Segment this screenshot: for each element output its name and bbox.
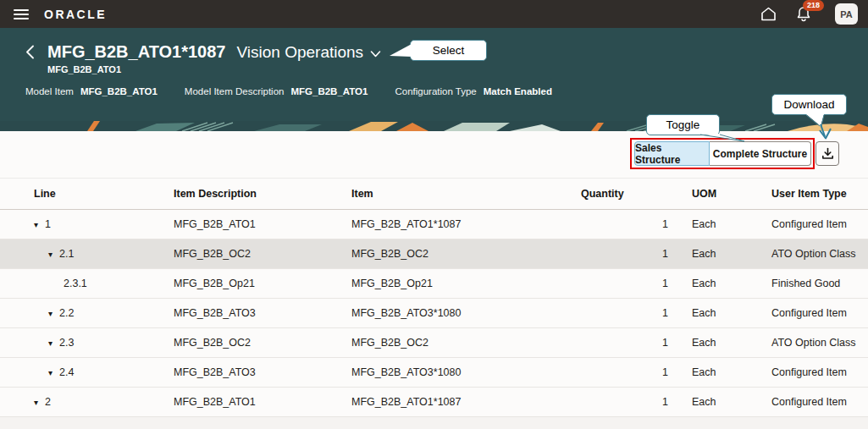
user-item-type-cell: ATO Option Class — [766, 239, 868, 269]
item-description-cell: MFG_B2B_ATO1 — [174, 388, 351, 417]
item-cell: MFG_B2B_OC2 — [351, 328, 580, 358]
model-item-label: Model Item — [25, 86, 74, 96]
column-header-item: Item — [351, 179, 580, 210]
download-callout: Download — [771, 94, 847, 115]
uom-cell: Each — [673, 299, 766, 328]
line-number: 2.4 — [59, 366, 74, 378]
configuration-type-pair: Configuration Type Match Enabled — [395, 86, 551, 96]
line-number: 2.3 — [59, 337, 74, 349]
home-button[interactable] — [759, 5, 777, 24]
table-row[interactable]: 2 MFG_B2B_ATO1 MFG_B2B_ATO1*1087 1 Each … — [0, 388, 868, 417]
user-avatar[interactable]: PA — [835, 3, 858, 25]
back-button[interactable] — [25, 45, 41, 60]
table-row[interactable]: 2.2 MFG_B2B_ATO3 MFG_B2B_ATO3*1080 1 Eac… — [0, 299, 868, 328]
model-item-pair: Model Item MFG_B2B_ATO1 — [25, 86, 158, 96]
line-number: 2.3.1 — [64, 278, 87, 289]
expand-caret-icon[interactable] — [48, 250, 59, 259]
uom-cell: Each — [673, 388, 766, 417]
quantity-cell: 1 — [580, 299, 673, 328]
decorative-pattern — [0, 121, 868, 131]
item-description-cell: MFG_B2B_ATO3 — [174, 358, 351, 388]
column-header-quantity: Quantity — [580, 179, 673, 210]
back-chevron-icon — [25, 45, 35, 59]
uom-cell: Each — [673, 358, 766, 388]
column-header-uom: UOM — [673, 179, 766, 210]
table-row[interactable]: 2.4 MFG_B2B_ATO3 MFG_B2B_ATO3*1080 1 Eac… — [0, 358, 868, 388]
user-item-type-cell: Configured Item — [766, 299, 868, 328]
quantity-cell: 1 — [580, 239, 673, 269]
structure-table: Line Item Description Item Quantity UOM … — [0, 178, 868, 417]
item-cell: MFG_B2B_ATO1*1087 — [351, 210, 580, 239]
app-window: ORACLE 218 PA M — [0, 0, 868, 429]
item-cell: MFG_B2B_ATO3*1080 — [351, 299, 580, 328]
user-item-type-cell: Configured Item — [766, 358, 868, 388]
content-area: Line Item Description Item Quantity UOM … — [0, 178, 868, 429]
item-cell: MFG_B2B_Op21 — [351, 269, 580, 299]
table-header-row: Line Item Description Item Quantity UOM … — [0, 179, 868, 210]
model-item-description-value: MFG_B2B_ATO1 — [290, 86, 368, 96]
download-icon — [821, 147, 834, 160]
uom-cell: Each — [673, 269, 766, 299]
notifications-button[interactable]: 218 — [794, 5, 813, 24]
business-unit-label: Vision Operations — [236, 43, 363, 62]
item-cell: MFG_B2B_ATO1*1087 — [351, 388, 580, 417]
quantity-cell: 1 — [580, 269, 673, 299]
item-description-cell: MFG_B2B_Op21 — [174, 269, 351, 299]
table-row-selected[interactable]: 2.1 MFG_B2B_OC2 MFG_B2B_OC2 1 Each ATO O… — [0, 239, 868, 269]
item-cell: MFG_B2B_OC2 — [351, 239, 580, 269]
uom-cell: Each — [673, 328, 766, 358]
select-callout: Select — [410, 40, 487, 61]
item-description-cell: MFG_B2B_OC2 — [174, 239, 351, 269]
user-item-type-cell: ATO Option Class — [766, 328, 868, 358]
notification-count-badge: 218 — [803, 0, 824, 11]
expand-caret-icon[interactable] — [34, 398, 45, 407]
user-item-type-cell: Finished Good — [766, 269, 868, 299]
line-number: 2.2 — [59, 307, 74, 319]
global-top-bar: ORACLE 218 PA — [0, 0, 868, 28]
uom-cell: Each — [673, 210, 766, 239]
model-item-value: MFG_B2B_ATO1 — [80, 86, 158, 96]
configuration-type-label: Configuration Type — [395, 86, 476, 96]
line-number: 1 — [45, 218, 51, 230]
chevron-down-icon — [370, 51, 381, 58]
oracle-logo: ORACLE — [44, 8, 107, 21]
item-description-cell: MFG_B2B_ATO3 — [174, 299, 351, 328]
item-cell: MFG_B2B_ATO3*1080 — [351, 358, 580, 388]
column-header-item-description: Item Description — [174, 179, 351, 210]
quantity-cell: 1 — [580, 210, 673, 239]
model-item-description-label: Model Item Description — [185, 86, 285, 96]
column-header-line: Line — [0, 179, 174, 210]
uom-cell: Each — [673, 239, 766, 269]
column-header-user-item-type: User Item Type — [766, 179, 868, 210]
header-meta-row: Model Item MFG_B2B_ATO1 Model Item Descr… — [25, 86, 868, 96]
page-title: MFG_B2B_ATO1*1087 — [47, 42, 225, 62]
item-description-cell: MFG_B2B_ATO1 — [174, 210, 351, 239]
complete-structure-toggle[interactable]: Complete Structure — [710, 141, 811, 166]
business-unit-selector[interactable]: Vision Operations — [236, 43, 381, 62]
expand-caret-icon[interactable] — [48, 338, 59, 348]
expand-caret-icon[interactable] — [48, 309, 59, 318]
line-number: 2 — [45, 396, 51, 408]
table-row[interactable]: 2.3.1 MFG_B2B_Op21 MFG_B2B_Op21 1 Each F… — [0, 269, 868, 299]
expand-caret-icon[interactable] — [34, 220, 45, 229]
expand-caret-icon[interactable] — [48, 368, 59, 377]
quantity-cell: 1 — [580, 388, 673, 417]
quantity-cell: 1 — [580, 328, 673, 358]
user-item-type-cell: Configured Item — [766, 210, 868, 239]
configuration-type-value: Match Enabled — [484, 86, 552, 96]
user-item-type-cell: Configured Item — [766, 388, 868, 417]
navigation-menu-icon[interactable] — [14, 9, 29, 19]
quantity-cell: 1 — [580, 358, 673, 388]
table-footer-strip — [0, 417, 868, 429]
table-row[interactable]: 2.3 MFG_B2B_OC2 MFG_B2B_OC2 1 Each ATO O… — [0, 328, 868, 358]
page-subtitle: MFG_B2B_ATO1 — [47, 64, 868, 74]
toggle-callout: Toggle — [646, 114, 720, 135]
topbar-actions: 218 PA — [759, 3, 858, 25]
table-row[interactable]: 1 MFG_B2B_ATO1 MFG_B2B_ATO1*1087 1 Each … — [0, 210, 868, 239]
sales-structure-toggle[interactable]: Sales Structure — [634, 141, 710, 166]
model-item-description-pair: Model Item Description MFG_B2B_ATO1 — [185, 86, 368, 96]
structure-toggle-group: Sales Structure Complete Structure — [634, 141, 811, 166]
line-number: 2.1 — [59, 248, 74, 260]
item-description-cell: MFG_B2B_OC2 — [174, 328, 351, 358]
download-button[interactable] — [815, 141, 839, 166]
